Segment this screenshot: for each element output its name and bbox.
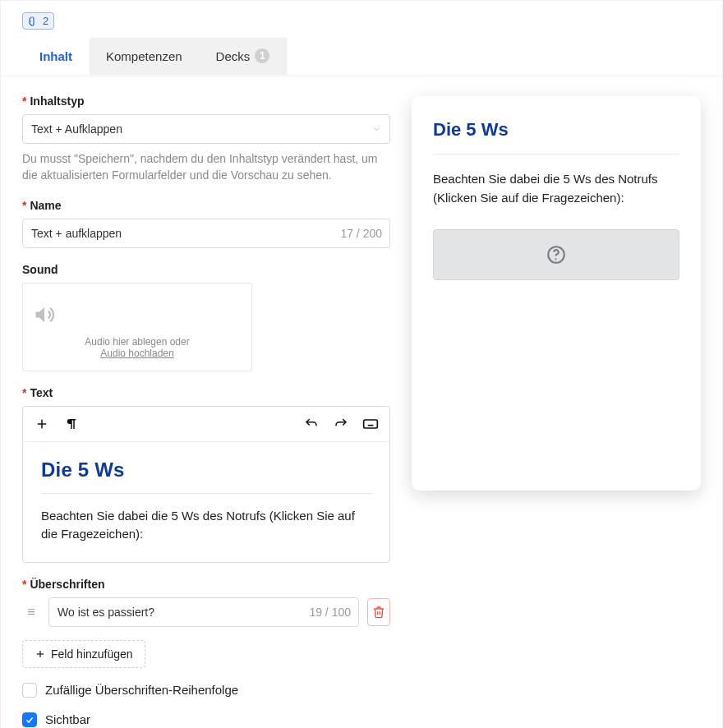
decks-count-badge: 1 — [255, 48, 269, 63]
editor-title: Die 5 Ws — [41, 458, 371, 481]
heading-counter-0: 19 / 100 — [309, 606, 351, 619]
name-counter: 17 / 200 — [340, 227, 382, 240]
brain-count: 2 — [43, 15, 48, 27]
speaker-icon — [33, 303, 242, 326]
question-circle-icon — [546, 244, 567, 265]
add-field-button[interactable]: Feld hinzufügen — [22, 640, 145, 668]
content-type-select[interactable]: Text + Aufklappen — [22, 114, 390, 144]
svg-point-11 — [555, 258, 556, 260]
delete-heading-button[interactable] — [367, 598, 390, 626]
sound-dropzone[interactable]: Audio hier ablegen oder Audio hochladen — [22, 283, 252, 371]
toolbar-keyboard-icon[interactable] — [362, 415, 380, 433]
tab-competencies[interactable]: Kompetenzen — [90, 38, 200, 75]
toolbar-add-icon[interactable] — [33, 415, 51, 433]
label-content-type: *Inhaltstyp — [22, 94, 390, 108]
drag-handle-icon[interactable]: ≡ — [22, 605, 40, 620]
plus-icon — [35, 648, 46, 660]
svg-rect-2 — [364, 420, 378, 428]
text-editor[interactable]: Die 5 Ws Beachten Sie dabei die 5 Ws des… — [22, 406, 390, 563]
toolbar-redo-icon[interactable] — [332, 415, 350, 433]
preview-card: Die 5 Ws Beachten Sie dabei die 5 Ws des… — [412, 96, 701, 491]
brain-icon — [28, 16, 39, 27]
toolbar-undo-icon[interactable] — [302, 415, 320, 433]
random-order-label: Zufällige Überschriften-Reihenfolge — [45, 683, 238, 697]
editor-paragraph: Beachten Sie dabei die 5 Ws des Notrufs … — [41, 507, 371, 544]
random-order-checkbox[interactable] — [22, 683, 37, 698]
label-text: *Text — [22, 386, 390, 399]
toolbar-paragraph-icon[interactable] — [62, 415, 81, 433]
editor-content[interactable]: Die 5 Ws Beachten Sie dabei die 5 Ws des… — [23, 442, 389, 562]
preview-body: Beachten Sie dabei die 5 Ws des Notrufs … — [433, 169, 679, 208]
preview-question-box[interactable] — [433, 229, 679, 280]
visible-label: Sichtbar — [45, 712, 90, 726]
audio-upload-link[interactable]: Audio hochladen — [33, 348, 242, 359]
preview-title: Die 5 Ws — [433, 119, 679, 141]
chevron-down-icon — [371, 124, 381, 134]
tab-content[interactable]: Inhalt — [22, 38, 90, 75]
name-input[interactable] — [22, 219, 390, 248]
visible-checkbox[interactable] — [22, 712, 37, 727]
label-sound: Sound — [22, 263, 390, 276]
content-type-help: Du musst "Speichern", nachdem du den Inh… — [22, 150, 390, 184]
label-headings: *Überschriften — [22, 578, 390, 591]
brain-count-badge: 2 — [22, 12, 54, 30]
tab-decks[interactable]: Decks 1 — [200, 38, 288, 75]
label-name: *Name — [22, 199, 390, 212]
